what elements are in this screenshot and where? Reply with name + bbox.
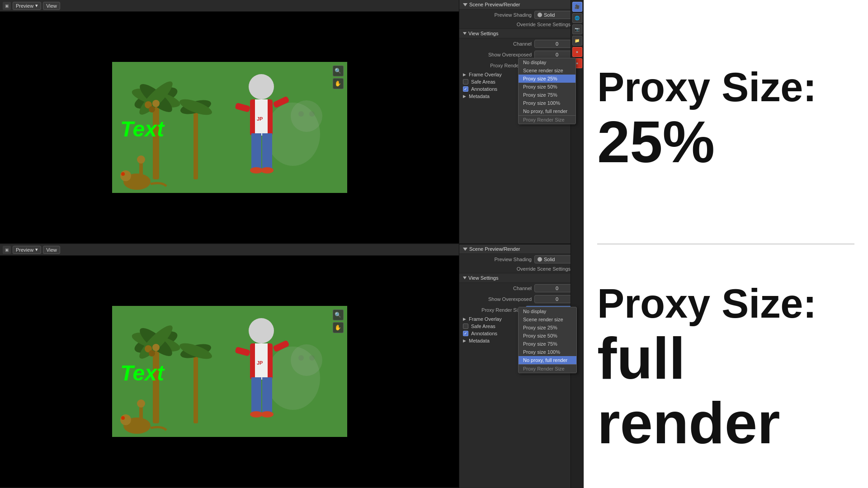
sidebar-render-btn[interactable]: 📷 bbox=[572, 24, 582, 34]
top-metadata-arrow[interactable]: ▶ bbox=[463, 94, 466, 99]
sidebar-red-btn[interactable]: ● bbox=[572, 47, 582, 57]
bottom-proxy-label: Proxy Render Size bbox=[463, 307, 523, 313]
hand-tool-btn[interactable]: ✋ bbox=[333, 78, 344, 89]
top-viewport-header: ▣ Preview ▾ View bbox=[0, 0, 459, 12]
bottom-scene-preview-triangle[interactable] bbox=[463, 248, 467, 251]
top-overexposed-label: Show Overexposed bbox=[463, 52, 532, 57]
sidebar-scene-btn[interactable]: 🌐 bbox=[572, 13, 582, 23]
svg-point-40 bbox=[152, 344, 160, 351]
svg-point-51 bbox=[250, 411, 263, 418]
bottom-dropdown-scene-render[interactable]: Scene render size bbox=[519, 315, 576, 324]
text-panel-divider bbox=[597, 244, 854, 244]
top-scene-svg: Text bbox=[112, 62, 347, 193]
top-proxy-value: 25% bbox=[597, 110, 816, 174]
top-dropdown-proxy-25[interactable]: Proxy size 25% bbox=[519, 75, 576, 83]
top-scene-preview-title: Scene Preview/Render bbox=[469, 2, 520, 7]
bottom-viewport-mode-icon[interactable]: ▣ bbox=[3, 246, 11, 254]
bottom-dropdown-proxy-100[interactable]: Proxy size 100% bbox=[519, 348, 576, 356]
top-dropdown-proxy-50[interactable]: Proxy size 50% bbox=[519, 83, 576, 91]
svg-rect-42 bbox=[193, 351, 198, 423]
bottom-frame-overlay-arrow[interactable]: ▶ bbox=[463, 317, 466, 321]
top-frame-overlay-label: Frame Overlay bbox=[469, 72, 502, 77]
bottom-channel-row: Channel 0 bbox=[459, 283, 583, 294]
top-proxy-dropdown-menu: No display Scene render size Proxy size … bbox=[518, 58, 576, 124]
svg-point-58 bbox=[121, 416, 125, 420]
svg-point-29 bbox=[291, 100, 322, 132]
svg-point-52 bbox=[261, 411, 274, 418]
bottom-dropdown-proxy-50[interactable]: Proxy size 50% bbox=[519, 332, 576, 340]
sidebar-camera-btn[interactable]: 🎥 bbox=[572, 2, 582, 12]
bottom-view-settings-header: View Settings bbox=[459, 273, 583, 283]
bottom-dropdown-proxy-25[interactable]: Proxy size 25% bbox=[519, 324, 576, 332]
top-channel-label: Channel bbox=[463, 41, 532, 47]
top-dropdown-no-display[interactable]: No display bbox=[519, 58, 576, 66]
bottom-override-row: Override Scene Settings bbox=[459, 265, 583, 273]
svg-point-31 bbox=[309, 111, 315, 117]
top-dropdown-proxy-75[interactable]: Proxy size 75% bbox=[519, 91, 576, 99]
right-area: Scene Preview/Render Preview Shading Sol… bbox=[459, 0, 584, 488]
bottom-annotations-checkbox[interactable]: ✓ bbox=[463, 331, 468, 336]
svg-rect-59 bbox=[139, 405, 143, 430]
bottom-dropdown-footer: Proxy Render Size bbox=[519, 364, 576, 373]
svg-point-28 bbox=[137, 155, 145, 164]
bottom-frame-overlay-label: Frame Overlay bbox=[469, 316, 502, 322]
svg-rect-50 bbox=[262, 377, 272, 413]
bottom-viewport-view-button[interactable]: View bbox=[43, 246, 60, 254]
top-dropdown-footer: Proxy Render Size bbox=[519, 115, 576, 124]
viewport-mode-icon[interactable]: ▣ bbox=[3, 2, 11, 10]
viewport-view-button[interactable]: View bbox=[43, 2, 60, 10]
svg-text:Text: Text bbox=[120, 361, 165, 385]
top-proxy-title: Proxy Size: bbox=[597, 65, 816, 110]
top-annotations-checkbox[interactable]: ✓ bbox=[463, 86, 468, 92]
bottom-view-settings-triangle[interactable] bbox=[463, 277, 467, 279]
bottom-hand-tool-btn[interactable]: ✋ bbox=[333, 322, 344, 333]
top-override-row: Override Scene Settings bbox=[459, 20, 583, 28]
viewport-mode-dropdown[interactable]: Preview ▾ bbox=[13, 2, 41, 10]
magnify-tool-btn[interactable]: 🔍 bbox=[333, 66, 344, 76]
top-frame-overlay-arrow[interactable]: ▶ bbox=[463, 72, 466, 77]
top-view-settings-triangle[interactable] bbox=[463, 32, 467, 35]
svg-rect-10 bbox=[193, 107, 198, 179]
top-preview-shading-radio[interactable] bbox=[538, 13, 542, 17]
svg-rect-49 bbox=[251, 377, 261, 413]
bottom-preview-shading-radio[interactable] bbox=[538, 257, 542, 262]
bottom-scene-preview-title: Scene Preview/Render bbox=[469, 246, 520, 252]
text-panel-bottom: Proxy Size: full render bbox=[597, 249, 854, 479]
svg-point-57 bbox=[120, 414, 131, 425]
svg-text:Text: Text bbox=[120, 117, 165, 141]
top-scene-preview-header: Scene Preview/Render bbox=[459, 0, 583, 9]
bottom-overexposed-row: Show Overexposed 0 bbox=[459, 294, 583, 305]
sidebar-output-btn[interactable]: 📁 bbox=[572, 36, 582, 46]
svg-point-19 bbox=[250, 167, 263, 174]
bottom-channel-label: Channel bbox=[463, 286, 532, 291]
top-annotations-label: Annotations bbox=[471, 86, 497, 92]
bottom-scene-image: Text JP bbox=[112, 306, 347, 437]
svg-point-30 bbox=[298, 111, 304, 117]
bottom-safe-areas-checkbox[interactable] bbox=[463, 324, 468, 329]
bottom-viewport-mode-dropdown[interactable]: Preview ▾ bbox=[13, 246, 41, 254]
svg-point-20 bbox=[261, 167, 274, 174]
bottom-preview-shading-row: Preview Shading Solid ▾ bbox=[459, 254, 583, 265]
bottom-dropdown-no-proxy[interactable]: No proxy, full render bbox=[519, 356, 576, 364]
svg-point-25 bbox=[120, 170, 131, 181]
top-safe-areas-checkbox[interactable] bbox=[463, 79, 468, 84]
svg-point-63 bbox=[309, 355, 315, 361]
top-properties-section: Scene Preview/Render Preview Shading Sol… bbox=[459, 0, 583, 244]
top-preview-shading-label: Preview Shading bbox=[463, 12, 532, 18]
bottom-override-label: Override Scene Settings bbox=[463, 266, 571, 272]
top-dropdown-scene-render[interactable]: Scene render size bbox=[519, 66, 576, 75]
svg-point-61 bbox=[291, 344, 322, 376]
svg-rect-27 bbox=[139, 161, 143, 186]
bottom-proxy-title: Proxy Size: bbox=[597, 282, 854, 326]
svg-text:JP: JP bbox=[257, 116, 263, 122]
bottom-metadata-arrow[interactable]: ▶ bbox=[463, 338, 466, 343]
top-scene-preview-triangle[interactable] bbox=[463, 3, 467, 6]
bottom-dropdown-proxy-75[interactable]: Proxy size 75% bbox=[519, 340, 576, 348]
bottom-magnify-tool-btn[interactable]: 🔍 bbox=[333, 310, 344, 320]
top-metadata-label: Metadata bbox=[469, 94, 490, 99]
svg-rect-18 bbox=[262, 133, 272, 169]
bottom-dropdown-no-display[interactable]: No display bbox=[519, 307, 576, 315]
top-channel-row: Channel 0 bbox=[459, 38, 583, 49]
top-dropdown-no-proxy[interactable]: No proxy, full render bbox=[519, 107, 576, 115]
top-dropdown-proxy-100[interactable]: Proxy size 100% bbox=[519, 99, 576, 107]
